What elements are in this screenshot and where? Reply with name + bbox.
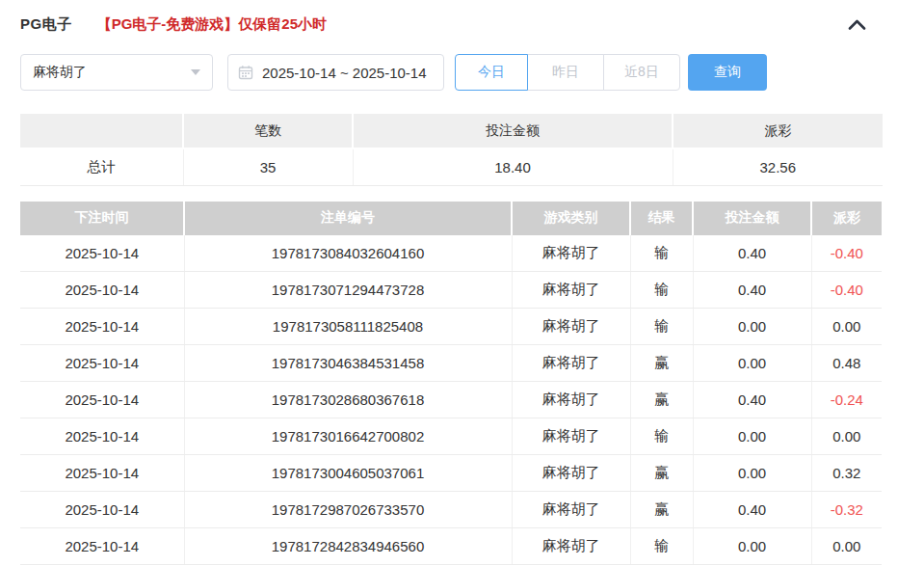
order-no-cell: 1978172842834946560: [184, 528, 512, 565]
bet-date-cell: 2025-10-14: [20, 345, 184, 382]
summary-total-row: 总计 35 18.40 32.56: [20, 148, 883, 185]
pg-records-panel: PG电子 【PG电子-免费游戏】仅保留25小时 麻将胡了: [0, 0, 903, 565]
records-col-header: 下注时间: [20, 202, 184, 235]
bet-date-cell: 2025-10-14: [20, 455, 184, 492]
bet-amount-cell: 0.00: [693, 455, 811, 492]
page-title: PG电子: [20, 15, 72, 34]
result-cell: 输: [630, 528, 693, 565]
bet-date-cell: 2025-10-14: [20, 382, 184, 418]
order-no-cell: 1978173016642700802: [184, 418, 512, 455]
quick-range-group: 今日 昨日 近8日: [455, 54, 680, 91]
summary-header-row: 笔数投注金额派彩: [20, 114, 883, 148]
table-row: 2025-10-141978172987026733570麻将胡了赢0.40-0…: [20, 492, 882, 528]
payout-cell: 0.32: [811, 455, 882, 492]
yesterday-button[interactable]: 昨日: [527, 54, 604, 91]
summary-col-header: 派彩: [673, 114, 883, 148]
bet-date-cell: 2025-10-14: [20, 272, 184, 309]
result-cell: 赢: [630, 382, 693, 418]
bet-amount-cell: 0.40: [693, 235, 811, 272]
bet-date-cell: 2025-10-14: [20, 235, 184, 272]
bet-amount-cell: 0.00: [693, 345, 811, 382]
retention-notice: 【PG电子-免费游戏】仅保留25小时: [97, 15, 327, 34]
bet-amount-cell: 0.00: [693, 309, 811, 345]
result-cell: 赢: [630, 492, 693, 528]
date-range-input[interactable]: 2025-10-14 ~ 2025-10-14: [227, 54, 444, 91]
collapse-panel-button[interactable]: [846, 17, 868, 32]
payout-cell: 0.00: [811, 528, 882, 565]
table-row: 2025-10-141978173046384531458麻将胡了赢0.000.…: [20, 345, 882, 382]
game-type-cell: 麻将胡了: [512, 309, 630, 345]
search-button[interactable]: 查询: [688, 54, 767, 91]
order-no-cell: 1978173071294473728: [184, 272, 512, 309]
bet-date-cell: 2025-10-14: [20, 418, 184, 455]
payout-cell: -0.40: [811, 235, 882, 272]
result-cell: 输: [630, 235, 693, 272]
bet-amount-cell: 0.40: [693, 492, 811, 528]
today-button[interactable]: 今日: [455, 54, 528, 91]
game-type-cell: 麻将胡了: [512, 272, 630, 309]
bet-date-cell: 2025-10-14: [20, 528, 184, 565]
records-col-header: 投注金额: [693, 202, 811, 235]
records-col-header: 结果: [630, 202, 693, 235]
records-table: 下注时间注单编号游戏类别结果投注金额派彩 2025-10-14197817308…: [20, 202, 882, 566]
result-cell: 输: [630, 418, 693, 455]
bet-amount-cell: 0.00: [693, 418, 811, 455]
records-header-row: 下注时间注单编号游戏类别结果投注金额派彩: [20, 202, 882, 235]
table-row: 2025-10-141978173058111825408麻将胡了输0.000.…: [20, 309, 882, 345]
records-col-header: 注单编号: [184, 202, 512, 235]
last8days-button[interactable]: 近8日: [603, 54, 680, 91]
payout-cell: 0.00: [811, 309, 882, 345]
order-no-cell: 1978173058111825408: [184, 309, 512, 345]
bet-amount-cell: 0.40: [693, 382, 811, 418]
table-row: 2025-10-141978172842834946560麻将胡了输0.000.…: [20, 528, 882, 565]
table-row: 2025-10-141978173004605037061麻将胡了赢0.000.…: [20, 455, 882, 492]
payout-cell: -0.32: [811, 492, 882, 528]
bet-amount-cell: 0.00: [693, 528, 811, 565]
total-label-cell: 总计: [20, 148, 183, 185]
game-select[interactable]: 麻将胡了: [20, 54, 213, 91]
game-type-cell: 麻将胡了: [512, 382, 630, 418]
total-payout-cell: 32.56: [673, 148, 883, 185]
game-select-value: 麻将胡了: [33, 64, 87, 81]
summary-col-header: [20, 114, 183, 148]
payout-cell: 0.00: [811, 418, 882, 455]
game-type-cell: 麻将胡了: [512, 345, 630, 382]
total-count-cell: 35: [183, 148, 353, 185]
payout-cell: -0.24: [811, 382, 882, 418]
table-row: 2025-10-141978173016642700802麻将胡了输0.000.…: [20, 418, 882, 455]
payout-cell: 0.48: [811, 345, 882, 382]
table-row: 2025-10-141978173084032604160麻将胡了输0.40-0…: [20, 235, 882, 272]
bet-amount-cell: 0.40: [693, 272, 811, 309]
calendar-icon: [238, 65, 253, 80]
game-type-cell: 麻将胡了: [512, 418, 630, 455]
summary-table: 笔数投注金额派彩 总计 35 18.40 32.56: [20, 114, 883, 186]
order-no-cell: 1978173084032604160: [184, 235, 512, 272]
order-no-cell: 1978173046384531458: [184, 345, 512, 382]
game-type-cell: 麻将胡了: [512, 235, 630, 272]
game-type-cell: 麻将胡了: [512, 528, 630, 565]
game-type-cell: 麻将胡了: [512, 455, 630, 492]
order-no-cell: 1978173004605037061: [184, 455, 512, 492]
result-cell: 输: [630, 272, 693, 309]
order-no-cell: 1978173028680367618: [184, 382, 512, 418]
date-range-value: 2025-10-14 ~ 2025-10-14: [262, 65, 427, 81]
result-cell: 赢: [630, 455, 693, 492]
caret-down-icon: [191, 69, 200, 75]
game-type-cell: 麻将胡了: [512, 492, 630, 528]
result-cell: 赢: [630, 345, 693, 382]
panel-header: PG电子 【PG电子-免费游戏】仅保留25小时: [20, 13, 882, 36]
payout-cell: -0.40: [811, 272, 882, 309]
records-body: 2025-10-141978173084032604160麻将胡了输0.40-0…: [20, 235, 882, 565]
table-row: 2025-10-141978173071294473728麻将胡了输0.40-0…: [20, 272, 882, 309]
order-no-cell: 1978172987026733570: [184, 492, 512, 528]
filter-bar: 麻将胡了 2025-10-14 ~ 2025-10-14 今日 昨日 近8日: [20, 54, 883, 91]
records-col-header: 派彩: [811, 202, 882, 235]
total-bet-amount-cell: 18.40: [353, 148, 673, 185]
summary-col-header: 投注金额: [353, 114, 673, 148]
table-row: 2025-10-141978173028680367618麻将胡了赢0.40-0…: [20, 382, 882, 418]
bet-date-cell: 2025-10-14: [20, 492, 184, 528]
chevron-up-icon: [848, 18, 866, 33]
summary-col-header: 笔数: [183, 114, 353, 148]
bet-date-cell: 2025-10-14: [20, 309, 184, 345]
result-cell: 输: [630, 309, 693, 345]
